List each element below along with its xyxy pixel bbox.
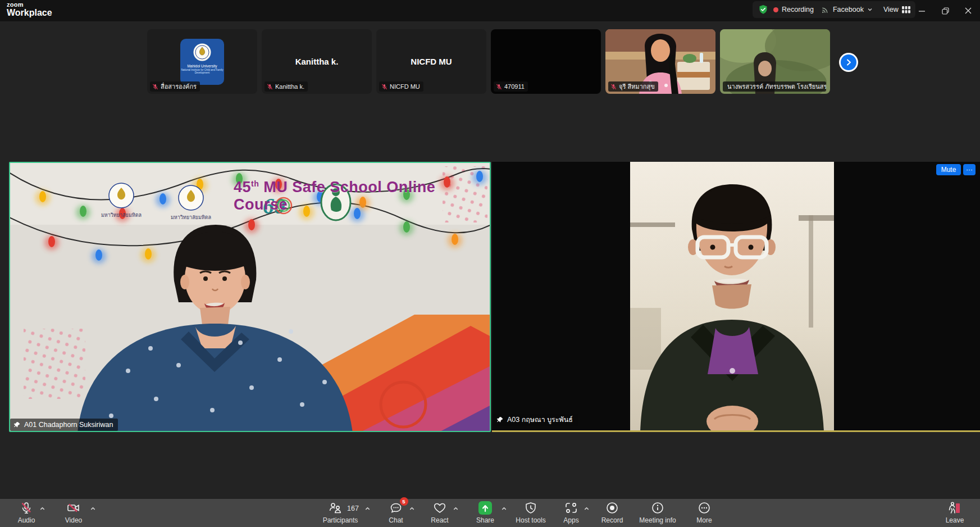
chevron-down-icon <box>867 7 873 12</box>
main-video-tile-left[interactable]: 60 มหาวิทยาลัยมหิดล มหาวิทยาลัยมหิดล <box>9 162 491 432</box>
record-button[interactable]: Record <box>589 501 636 526</box>
participants-options-caret[interactable] <box>363 505 371 512</box>
restore-button[interactable] <box>933 0 957 21</box>
video-options-caret[interactable] <box>89 505 97 512</box>
more-button[interactable]: More <box>681 501 728 526</box>
zoom-meeting-window: zoom Workplace Recording Facebook View <box>0 0 980 527</box>
logo-title: Mahidol University <box>187 64 217 68</box>
minimize-button[interactable] <box>910 0 933 21</box>
workplace-label: Workplace <box>7 8 52 17</box>
app-brand: zoom Workplace <box>7 2 52 17</box>
recording-label: Recording <box>782 6 814 13</box>
participant-name-label: A03 กฤษณา บูระพันธ์ <box>493 414 578 426</box>
participants-count: 167 <box>347 505 359 512</box>
muted-mic-icon <box>152 84 158 90</box>
svg-text:มหาวิทยาลัยมหิดล: มหาวิทยาลัยมหิดล <box>101 212 142 218</box>
participant-thumbnail[interactable]: Kanittha k. Kanittha k. <box>262 29 372 94</box>
meeting-info-button[interactable]: Meeting info <box>634 501 681 526</box>
muted-mic-icon <box>610 84 617 90</box>
participant-name-label: Kanittha k. <box>265 81 308 92</box>
audio-options-caret[interactable] <box>38 505 46 512</box>
mute-participant-button[interactable]: Mute <box>936 164 961 175</box>
chat-options-caret[interactable] <box>408 505 416 512</box>
chevron-right-icon <box>845 59 852 66</box>
leave-icon <box>947 501 962 515</box>
info-icon <box>651 501 664 515</box>
muted-mic-icon <box>381 84 388 90</box>
shield-icon <box>524 501 537 515</box>
meeting-status-panel: Recording Facebook View <box>753 1 915 18</box>
participant-name-label: สื่อสารองค์กร <box>150 81 200 92</box>
react-options-caret[interactable] <box>452 505 459 512</box>
participant-thumbnail[interactable]: นางพรสวรรค์ ภัทรบรรพต โรงเรียนสร... <box>720 29 830 94</box>
muted-mic-icon <box>267 84 273 90</box>
zoom-logo: zoom <box>7 2 52 8</box>
view-label: View <box>883 6 899 13</box>
muted-mic-icon <box>20 501 33 515</box>
participants-button[interactable]: 167 Participants <box>317 501 364 526</box>
participant-name-label: จุรี สีหมากสุข <box>608 81 658 92</box>
mahidol-university-logo: Mahidol University National Institute fo… <box>180 39 224 85</box>
chat-unread-badge: 5 <box>400 497 408 506</box>
broadcast-icon <box>821 6 829 14</box>
participant-name-label: นางพรสวรรค์ ภัทรบรรพต โรงเรียนสร... <box>723 81 826 92</box>
banner-title: 45th MU Safe School Online Course <box>234 179 486 213</box>
muted-mic-icon <box>496 84 502 90</box>
leave-button[interactable]: Leave <box>931 501 978 526</box>
recording-dot-icon <box>773 7 778 12</box>
recording-indicator[interactable]: Recording <box>773 6 814 13</box>
logo-subtitle: National Institute for Child and Family … <box>180 69 224 74</box>
participant-thumbnail[interactable]: จุรี สีหมากสุข <box>605 29 715 94</box>
participant-more-options-button[interactable]: ··· <box>963 164 976 175</box>
record-icon <box>605 501 619 515</box>
facebook-stream-label: Facebook <box>833 6 864 13</box>
gallery-grid-icon <box>902 6 910 13</box>
heart-icon <box>433 501 446 515</box>
main-video-tile-right[interactable]: Mute ··· A03 กฤษณา บูระพันธ์ <box>492 162 980 432</box>
title-bar: zoom Workplace Recording Facebook View <box>0 0 980 21</box>
ellipsis-icon <box>698 501 711 515</box>
participant-video <box>630 162 834 432</box>
chat-icon: 5 <box>389 501 403 515</box>
muted-camera-icon <box>66 501 81 515</box>
pin-icon <box>496 416 504 424</box>
svg-text:มหาวิทยาลัยมหิดล: มหาวิทยาลัยมหิดล <box>171 215 211 220</box>
participant-name-label: NICFD MU <box>379 81 423 92</box>
meeting-toolbar: Audio Video 167 Participants <box>0 499 980 527</box>
livestream-control[interactable]: Facebook <box>821 6 873 14</box>
filmstrip-next-page-button[interactable] <box>839 53 858 72</box>
participant-thumbnail[interactable]: NICFD MU NICFD MU <box>376 29 486 94</box>
participant-thumbnail[interactable]: 470911 <box>491 29 601 94</box>
participants-icon <box>328 501 343 515</box>
apps-icon <box>564 501 578 515</box>
share-screen-icon <box>478 501 493 515</box>
pin-icon <box>13 421 21 429</box>
view-control[interactable]: View <box>883 6 910 13</box>
active-speaker-name-label: A01 Chadaphorn Suksiriwan <box>10 419 118 431</box>
security-shield-icon[interactable] <box>758 4 768 15</box>
close-button[interactable] <box>956 0 980 21</box>
participant-name-label: 470911 <box>494 81 528 92</box>
share-options-caret[interactable] <box>500 505 508 512</box>
participant-thumbnail[interactable]: Mahidol University National Institute fo… <box>147 29 257 94</box>
